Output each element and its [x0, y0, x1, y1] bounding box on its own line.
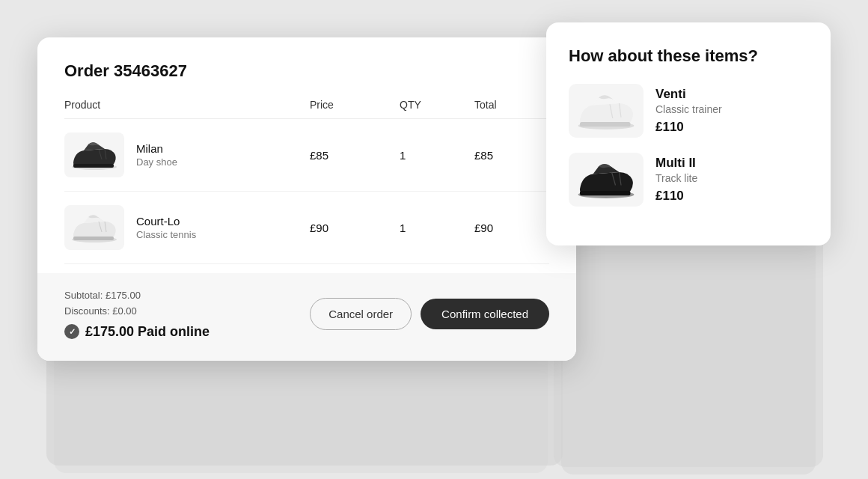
product-name-milan: Milan: [136, 142, 177, 155]
paid-amount: £175.00 Paid online: [85, 324, 210, 340]
footer-buttons: Cancel order Confirm collected: [310, 298, 549, 330]
product-desc-milan: Day shoe: [136, 156, 177, 168]
qty-courtlo: 1: [400, 222, 474, 234]
subtotal-line: Subtotal: £175.00: [64, 288, 310, 304]
paid-line: £175.00 Paid online: [64, 324, 310, 340]
recommendations-card: How about these items? Venti Classic tra…: [546, 22, 831, 245]
reco-price-venti: £110: [655, 120, 722, 135]
discounts-line: Discounts: £0.00: [64, 304, 310, 320]
table-row: Court-Lo Classic tennis £90 1 £90: [64, 192, 549, 264]
order-card: Order 35463627 Product Price QTY Total: [37, 37, 576, 361]
total-courtlo: £90: [474, 222, 549, 234]
reco-price-multii: £110: [655, 189, 697, 204]
order-summary: Subtotal: £175.00 Discounts: £0.00 £175.…: [64, 288, 310, 340]
reco-image-multii: [569, 153, 644, 207]
product-name-courtlo: Court-Lo: [136, 215, 196, 228]
svg-rect-3: [73, 237, 114, 240]
product-info-milan: Milan Day shoe: [136, 142, 177, 168]
reco-name-multii: Multi II: [655, 156, 697, 171]
col-product: Product: [64, 99, 310, 111]
reco-image-venti: [569, 84, 644, 138]
table-row: Milan Day shoe £85 1 £85: [64, 119, 549, 192]
price-courtlo: £90: [310, 222, 400, 234]
product-image-courtlo: [64, 205, 124, 250]
venti-shoe-icon: [572, 89, 640, 132]
reco-info-multii: Multi II Track lite £110: [655, 156, 697, 204]
order-footer: Subtotal: £175.00 Discounts: £0.00 £175.…: [37, 273, 576, 361]
cancel-order-button[interactable]: Cancel order: [310, 298, 412, 330]
reco-desc-venti: Classic trainer: [655, 103, 722, 115]
product-desc-courtlo: Classic tennis: [136, 229, 196, 240]
col-total: Total: [474, 99, 549, 111]
table-header: Product Price QTY Total: [64, 99, 549, 119]
reco-desc-multii: Track lite: [655, 172, 697, 184]
price-milan: £85: [310, 149, 400, 162]
svg-rect-7: [580, 191, 631, 195]
product-cell-courtlo: Court-Lo Classic tennis: [64, 205, 310, 250]
reco-name-venti: Venti: [655, 87, 722, 102]
milan-shoe-icon: [67, 138, 121, 171]
confirm-collected-button[interactable]: Confirm collected: [421, 299, 549, 329]
col-qty: QTY: [400, 99, 474, 111]
product-image-milan: [64, 132, 124, 177]
multii-shoe-icon: [572, 158, 640, 201]
reco-item-multii: Multi II Track lite £110: [569, 153, 808, 207]
reco-info-venti: Venti Classic trainer £110: [655, 87, 722, 135]
courtlo-shoe-icon: [67, 211, 121, 244]
col-price: Price: [310, 99, 400, 111]
recommendations-title: How about these items?: [569, 46, 808, 66]
paid-check-icon: [64, 324, 79, 339]
qty-milan: 1: [400, 149, 474, 162]
total-milan: £85: [474, 149, 549, 162]
svg-rect-1: [73, 164, 114, 168]
svg-rect-5: [580, 122, 631, 126]
order-title: Order 35463627: [64, 61, 549, 81]
product-info-courtlo: Court-Lo Classic tennis: [136, 215, 196, 240]
reco-item-venti: Venti Classic trainer £110: [569, 84, 808, 138]
product-cell-milan: Milan Day shoe: [64, 132, 310, 177]
